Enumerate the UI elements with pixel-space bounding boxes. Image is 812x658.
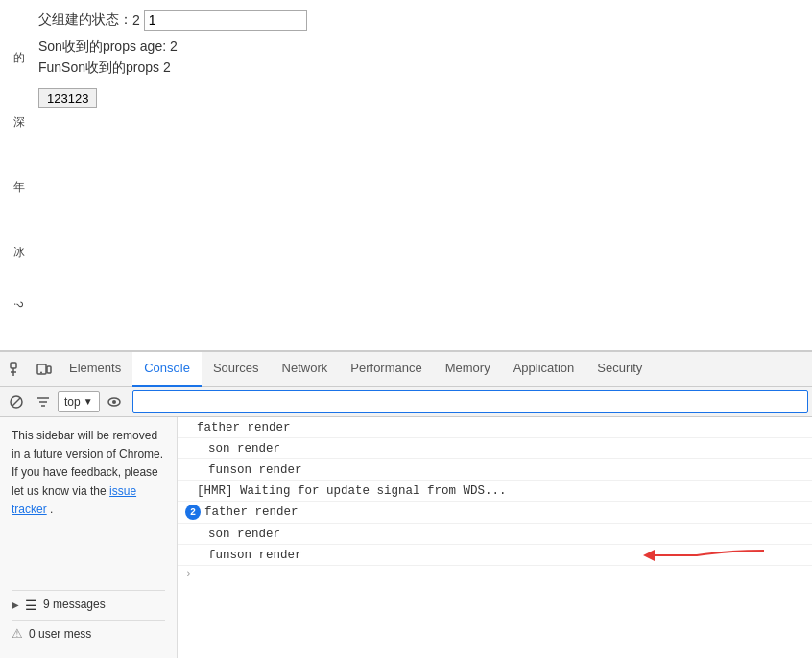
clear-console-btn[interactable] bbox=[4, 389, 29, 414]
tab-performance-label: Performance bbox=[350, 361, 421, 375]
svg-rect-0 bbox=[11, 363, 16, 368]
props-age-line: Son收到的props age: 2 bbox=[38, 38, 802, 56]
bottom-label: 0 user mess bbox=[29, 625, 91, 644]
console-line-7: funson render bbox=[178, 545, 812, 566]
device-toolbar-btn[interactable] bbox=[31, 356, 58, 383]
main-content: 的 深 年 冰 ? 父组建的状态： 2 Son收到的props age: 2 F… bbox=[0, 0, 812, 351]
console-text-7: funson render bbox=[208, 549, 302, 562]
devtools-body: This sidebar will be removed in a future… bbox=[0, 417, 812, 658]
sidebar-messages-item[interactable]: ▶ ☰ 9 messages bbox=[12, 590, 165, 620]
expand-arrow-icon[interactable]: › bbox=[185, 568, 192, 579]
messages-icon: ☰ bbox=[25, 595, 37, 616]
console-badge-2: 2 bbox=[185, 505, 201, 520]
messages-count: 9 messages bbox=[43, 596, 106, 614]
svg-point-12 bbox=[112, 400, 116, 404]
console-toolbar: top ▼ bbox=[0, 387, 812, 417]
tab-console[interactable]: Console bbox=[132, 352, 202, 387]
state-label: 父组建的状态： bbox=[38, 12, 132, 29]
props-fun-line: FunSon收到的props 2 bbox=[38, 59, 802, 77]
eye-btn[interactable] bbox=[102, 389, 127, 414]
tab-console-label: Console bbox=[144, 361, 190, 375]
console-line-3: funson render bbox=[178, 459, 812, 481]
inspect-element-btn[interactable] bbox=[4, 356, 31, 383]
console-text-1: father render bbox=[197, 421, 291, 435]
warning-icon: ⚠ bbox=[12, 624, 23, 645]
svg-rect-4 bbox=[47, 366, 51, 373]
console-line-4: [HMR] Waiting for update signal from WDS… bbox=[178, 481, 812, 502]
left-labels: 的 深 年 冰 ? bbox=[0, 0, 36, 350]
console-line-1: father render bbox=[178, 417, 812, 438]
console-line-2: son render bbox=[178, 438, 812, 459]
context-selector-dropdown-icon: ▼ bbox=[84, 396, 93, 407]
console-text-6: son render bbox=[208, 528, 280, 541]
devtools-panel: Elements Console Sources Network Perform… bbox=[0, 351, 812, 658]
sidebar-text: This sidebar will be removed in a future… bbox=[12, 427, 165, 586]
tab-sources-label: Sources bbox=[213, 361, 259, 375]
svg-line-7 bbox=[12, 398, 20, 406]
console-line-5: 2 father render bbox=[178, 502, 812, 524]
tab-network-label: Network bbox=[282, 361, 328, 375]
tab-memory-label: Memory bbox=[445, 361, 490, 375]
devtools-tabs-bar: Elements Console Sources Network Perform… bbox=[0, 352, 812, 387]
devtools-sidebar: This sidebar will be removed in a future… bbox=[0, 417, 178, 658]
context-selector[interactable]: top ▼ bbox=[58, 391, 100, 412]
btn-123123[interactable]: 123123 bbox=[38, 88, 97, 108]
console-text-5: father render bbox=[204, 505, 299, 519]
sidebar-description: This sidebar will be removed in a future… bbox=[12, 429, 163, 498]
tab-network[interactable]: Network bbox=[271, 352, 340, 387]
red-arrow-icon bbox=[639, 541, 764, 570]
tab-elements[interactable]: Elements bbox=[58, 352, 132, 387]
console-text-4: [HMR] Waiting for update signal from WDS… bbox=[197, 484, 507, 498]
console-text-2: son render bbox=[208, 442, 280, 456]
console-output: father render son render funson render [… bbox=[178, 417, 812, 658]
state-row: 父组建的状态： 2 bbox=[38, 10, 802, 31]
tab-application-label: Application bbox=[513, 361, 575, 375]
tab-performance[interactable]: Performance bbox=[339, 352, 433, 387]
tab-memory[interactable]: Memory bbox=[434, 352, 502, 387]
tab-security-label: Security bbox=[597, 361, 642, 375]
console-filter-input[interactable] bbox=[132, 390, 808, 413]
state-value: 2 bbox=[132, 12, 140, 28]
tab-elements-label: Elements bbox=[69, 361, 121, 375]
tab-sources[interactable]: Sources bbox=[202, 352, 271, 387]
state-input[interactable] bbox=[144, 10, 307, 31]
left-label-5: ? bbox=[12, 301, 25, 308]
tab-application[interactable]: Application bbox=[502, 352, 586, 387]
context-selector-label: top bbox=[64, 395, 81, 409]
expand-chevron-icon: ▶ bbox=[12, 598, 19, 613]
sidebar-link-suffix: . bbox=[50, 503, 53, 516]
filter-btn[interactable] bbox=[31, 389, 56, 414]
tab-security[interactable]: Security bbox=[585, 352, 654, 387]
sidebar-messages-bottom[interactable]: ⚠ 0 user mess bbox=[12, 620, 165, 648]
console-text-3: funson render bbox=[208, 463, 302, 477]
